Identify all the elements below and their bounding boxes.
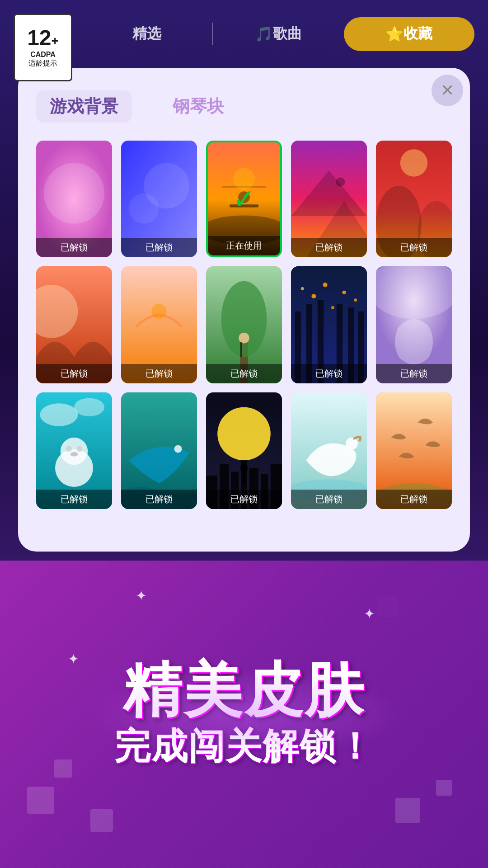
nav-tab-songs[interactable]: 🎵 歌曲 bbox=[213, 17, 343, 51]
sparkle-1: ✦ bbox=[136, 588, 147, 604]
svg-point-35 bbox=[311, 294, 316, 299]
age-hint: 适龄提示 bbox=[28, 59, 57, 68]
dialog-tab-background-label: 游戏背景 bbox=[50, 97, 118, 116]
nav-tab-favorites-icon: ⭐ bbox=[385, 25, 404, 42]
skin-item-1[interactable]: 已解锁 bbox=[36, 141, 112, 257]
deco-square-6 bbox=[377, 597, 398, 617]
skin-label-14: 已解锁 bbox=[291, 490, 367, 509]
deco-square-3 bbox=[90, 809, 113, 832]
skin-dialog: 游戏背景 钢琴块 已解锁 已解锁 bbox=[18, 68, 470, 552]
skin-label-13: 已解锁 bbox=[206, 490, 282, 509]
svg-point-49 bbox=[76, 446, 82, 452]
skin-item-12[interactable]: 已解锁 bbox=[121, 392, 197, 509]
top-nav: 精选 🎵 歌曲 ⭐ 收藏 bbox=[81, 14, 474, 54]
svg-point-36 bbox=[331, 307, 334, 310]
svg-rect-27 bbox=[240, 342, 242, 357]
nav-tab-favorites-label: 收藏 bbox=[404, 24, 432, 44]
skin-label-6: 已解锁 bbox=[36, 364, 112, 383]
svg-point-54 bbox=[217, 407, 271, 461]
age-rating-badge: 12 + CADPA 适龄提示 bbox=[14, 14, 72, 81]
svg-point-4 bbox=[129, 193, 159, 224]
skin-item-10[interactable]: 已解锁 bbox=[376, 266, 452, 383]
skin-item-11[interactable]: 已解锁 bbox=[36, 392, 112, 509]
svg-rect-63 bbox=[243, 472, 246, 483]
svg-point-42 bbox=[376, 266, 452, 319]
svg-point-40 bbox=[323, 283, 328, 287]
dialog-tab-piano[interactable]: 钢琴块 bbox=[159, 90, 238, 123]
skin-item-7[interactable]: 已解锁 bbox=[121, 266, 197, 383]
skin-label-4: 已解锁 bbox=[291, 238, 367, 257]
skins-grid: 已解锁 已解锁 ✓正在使用 已解锁 bbox=[36, 141, 452, 509]
skin-item-15[interactable]: 已解锁 bbox=[376, 392, 452, 509]
skin-checkmark-3: ✓ bbox=[233, 183, 255, 215]
svg-point-39 bbox=[354, 299, 357, 302]
svg-point-26 bbox=[239, 333, 249, 344]
close-icon: ✕ bbox=[441, 81, 454, 100]
svg-point-18 bbox=[400, 149, 427, 176]
svg-point-14 bbox=[336, 177, 345, 186]
skin-item-14[interactable]: 已解锁 bbox=[291, 392, 367, 509]
svg-point-45 bbox=[74, 398, 104, 416]
svg-point-38 bbox=[301, 288, 304, 291]
svg-point-44 bbox=[40, 403, 78, 426]
svg-point-1 bbox=[44, 163, 104, 223]
svg-point-50 bbox=[70, 452, 78, 457]
deco-square-2 bbox=[54, 760, 72, 778]
skin-item-13[interactable]: 已解锁 bbox=[206, 392, 282, 509]
deco-square-1 bbox=[27, 787, 54, 814]
svg-point-48 bbox=[66, 446, 72, 452]
skin-label-10: 已解锁 bbox=[376, 364, 452, 383]
skin-item-6[interactable]: 已解锁 bbox=[36, 266, 112, 383]
svg-point-65 bbox=[346, 438, 358, 450]
skin-label-15: 已解锁 bbox=[376, 490, 452, 509]
skin-item-9[interactable]: 已解锁 bbox=[291, 266, 367, 383]
skin-label-8: 已解锁 bbox=[206, 364, 282, 383]
svg-point-47 bbox=[61, 438, 88, 465]
age-cadpa: CADPA bbox=[30, 51, 56, 59]
svg-point-62 bbox=[240, 464, 248, 472]
skin-item-5[interactable]: 已解锁 bbox=[376, 141, 452, 257]
dialog-tab-piano-label: 钢琴块 bbox=[173, 97, 224, 116]
skin-label-1: 已解锁 bbox=[36, 238, 112, 257]
nav-tab-featured-label: 精选 bbox=[132, 24, 161, 44]
deco-square-4 bbox=[436, 780, 452, 796]
close-button[interactable]: ✕ bbox=[432, 75, 463, 106]
skin-label-5: 已解锁 bbox=[376, 238, 452, 257]
age-plus: + bbox=[52, 34, 59, 48]
svg-point-37 bbox=[342, 291, 346, 294]
skin-item-3[interactable]: ✓正在使用 bbox=[206, 141, 282, 257]
dialog-tab-background[interactable]: 游戏背景 bbox=[36, 90, 132, 123]
age-number: 12 bbox=[27, 27, 51, 49]
skin-item-8[interactable]: 已解锁 bbox=[206, 266, 282, 383]
nav-tab-favorites[interactable]: ⭐ 收藏 bbox=[344, 17, 474, 51]
skin-label-12: 已解锁 bbox=[121, 490, 197, 509]
skin-item-2[interactable]: 已解锁 bbox=[121, 141, 197, 257]
svg-point-52 bbox=[174, 445, 182, 453]
nav-tab-featured[interactable]: 精选 bbox=[81, 17, 212, 51]
deco-square-5 bbox=[395, 798, 420, 823]
skin-label-7: 已解锁 bbox=[121, 364, 197, 383]
dialog-tabs: 游戏背景 钢琴块 bbox=[36, 90, 452, 123]
skin-label-2: 已解锁 bbox=[121, 238, 197, 257]
svg-point-25 bbox=[221, 281, 267, 357]
skin-label-3: 正在使用 bbox=[208, 236, 280, 255]
sparkle-2: ✦ bbox=[364, 606, 375, 622]
bottom-banner: ✦ ✦ ✦ 精美皮肤 完成闯关解锁！ bbox=[0, 561, 488, 868]
nav-tab-songs-label: 歌曲 bbox=[273, 24, 302, 44]
skin-item-4[interactable]: 已解锁 bbox=[291, 141, 367, 257]
nav-tab-songs-icon: 🎵 bbox=[255, 25, 273, 42]
sparkle-3: ✦ bbox=[68, 651, 79, 667]
banner-glow bbox=[86, 669, 402, 760]
skin-label-9: 已解锁 bbox=[291, 364, 367, 383]
skin-label-11: 已解锁 bbox=[36, 490, 112, 509]
